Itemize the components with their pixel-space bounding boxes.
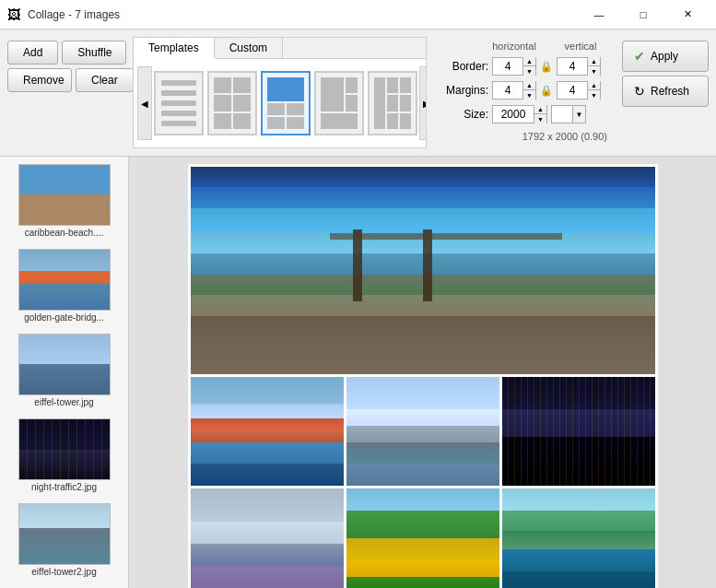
collage-cell-gate [191, 377, 344, 486]
vertical-label: vertical [558, 41, 603, 52]
margins-lock-icon[interactable]: 🔒 [540, 85, 553, 97]
collage-cell-sunflower [346, 488, 499, 588]
color-picker-group: ▼ [551, 105, 586, 123]
margins-v-up[interactable]: ▲ [587, 81, 600, 90]
checkmark-icon: ✔ [634, 49, 645, 64]
size-arrows: ▲ ▼ [534, 105, 546, 123]
collage-cell-main [191, 167, 655, 374]
margins-h-spinbox[interactable]: 4 ▲ ▼ [492, 81, 536, 100]
window-controls: — □ ✕ [578, 1, 709, 29]
left-panel: Add Shuffle Remove Clear [0, 33, 129, 152]
margins-v-down[interactable]: ▼ [587, 90, 600, 100]
title-bar: 🖼 Collage - 7 images — □ ✕ [0, 0, 716, 29]
border-h-up[interactable]: ▲ [522, 57, 535, 66]
border-v-spinbox[interactable]: 4 ▲ ▼ [557, 57, 601, 76]
image-filename: eiffel-tower.jpg [34, 397, 93, 407]
border-v-up[interactable]: ▲ [587, 57, 600, 66]
color-dropdown-arrow[interactable]: ▼ [573, 105, 586, 123]
list-item[interactable]: golden-gate-bridg... [4, 245, 124, 326]
shuffle-button[interactable]: Shuffle [62, 41, 126, 65]
maximize-button[interactable]: □ [622, 1, 664, 29]
image-filename: golden-gate-bridg... [24, 312, 104, 323]
window-title: Collage - 7 images [28, 8, 570, 21]
margins-row: Margins: 4 ▲ ▼ 🔒 4 ▲ ▼ [438, 81, 607, 100]
margins-v-spinbox[interactable]: 4 ▲ ▼ [557, 81, 601, 100]
image-thumb [18, 164, 111, 226]
apply-label: Apply [651, 50, 678, 63]
border-h-spinbox[interactable]: 4 ▲ ▼ [492, 57, 536, 76]
refresh-icon: ↻ [634, 84, 645, 99]
border-h-down[interactable]: ▼ [522, 66, 535, 76]
size-info: 1792 x 2000 (0.90) [438, 131, 607, 142]
minimize-button[interactable]: — [578, 1, 620, 29]
refresh-button[interactable]: ↻ Refresh [622, 76, 709, 107]
list-item[interactable]: eiffel-tower.jpg [4, 330, 124, 411]
list-item[interactable]: eiffel-tower2.jpg [4, 500, 124, 581]
border-v-down[interactable]: ▼ [587, 66, 600, 76]
refresh-label: Refresh [651, 85, 689, 98]
horizontal-label: horizontal [492, 41, 536, 52]
close-button[interactable]: ✕ [666, 1, 709, 29]
image-thumb [18, 503, 111, 565]
content-area: caribbean-beach.... golden-gate-bridg...… [0, 157, 716, 588]
remove-button[interactable]: Remove [7, 68, 72, 92]
margins-label: Margins: [438, 84, 488, 97]
scroll-right-arrow[interactable]: ▶ [419, 66, 426, 140]
list-item[interactable]: night-traffic2.jpg [4, 415, 124, 496]
border-h-input[interactable]: 4 [493, 58, 522, 75]
tab-row: Templates Custom [134, 38, 426, 59]
image-thumb [18, 418, 111, 480]
margins-v-arrows: ▲ ▼ [587, 81, 600, 100]
size-label: Size: [438, 108, 488, 121]
tab-templates[interactable]: Templates [134, 38, 215, 59]
border-h-arrows: ▲ ▼ [522, 57, 535, 76]
margins-h-up[interactable]: ▲ [522, 81, 535, 90]
collage-cell-eiffel-day [346, 377, 499, 486]
template-item-strips[interactable] [368, 71, 417, 135]
clear-button[interactable]: Clear [76, 68, 134, 92]
border-v-input[interactable]: 4 [558, 58, 587, 75]
collage-canvas [129, 157, 716, 588]
collage-row-bottom [191, 488, 655, 588]
template-item-grid[interactable] [207, 71, 257, 135]
col-headers: horizontal vertical [492, 41, 607, 52]
btn-row-bottom: Remove Clear [7, 68, 122, 92]
settings-panel: horizontal vertical Border: 4 ▲ ▼ 🔒 4 [430, 33, 615, 152]
margins-v-input[interactable]: 4 [558, 82, 587, 99]
size-input[interactable]: 2000 [493, 106, 534, 123]
apply-button[interactable]: ✔ Apply [622, 41, 709, 72]
app-icon: 🖼 [7, 7, 20, 22]
image-thumb [18, 249, 111, 311]
add-button[interactable]: Add [7, 41, 58, 65]
color-picker[interactable] [551, 105, 573, 123]
margins-h-input[interactable]: 4 [493, 82, 522, 99]
image-filename: eiffel-tower2.jpg [31, 567, 96, 577]
image-list[interactable]: caribbean-beach.... golden-gate-bridg...… [0, 157, 129, 588]
template-item-lines[interactable] [154, 71, 204, 135]
btn-row-top: Add Shuffle [7, 41, 122, 65]
size-row: Size: 2000 ▲ ▼ ▼ [438, 105, 607, 123]
collage-cell-highway [502, 377, 655, 486]
image-filename: caribbean-beach.... [25, 228, 104, 238]
template-item-featured[interactable] [314, 71, 364, 135]
margins-h-arrows: ▲ ▼ [522, 81, 535, 100]
size-down[interactable]: ▼ [534, 114, 546, 123]
border-label: Border: [438, 60, 488, 73]
template-items [154, 71, 417, 135]
image-thumb [18, 334, 111, 395]
margins-h-down[interactable]: ▼ [522, 90, 535, 100]
template-scroll: ◀ [134, 59, 426, 147]
border-row: Border: 4 ▲ ▼ 🔒 4 ▲ ▼ [438, 57, 607, 76]
main-container: Add Shuffle Remove Clear Templates Custo… [0, 29, 716, 588]
tab-custom[interactable]: Custom [215, 38, 283, 58]
list-item[interactable]: caribbean-beach.... [4, 160, 124, 241]
collage-layout [188, 164, 658, 588]
scroll-left-arrow[interactable]: ◀ [137, 66, 152, 140]
template-item-mixed[interactable] [261, 71, 311, 135]
image-filename: night-traffic2.jpg [31, 482, 97, 492]
collage-row-middle [191, 377, 655, 486]
size-up[interactable]: ▲ [534, 105, 546, 114]
collage-cell-eiffel-night [191, 488, 344, 588]
size-spinbox[interactable]: 2000 ▲ ▼ [492, 105, 547, 123]
border-lock-icon[interactable]: 🔒 [540, 61, 553, 73]
